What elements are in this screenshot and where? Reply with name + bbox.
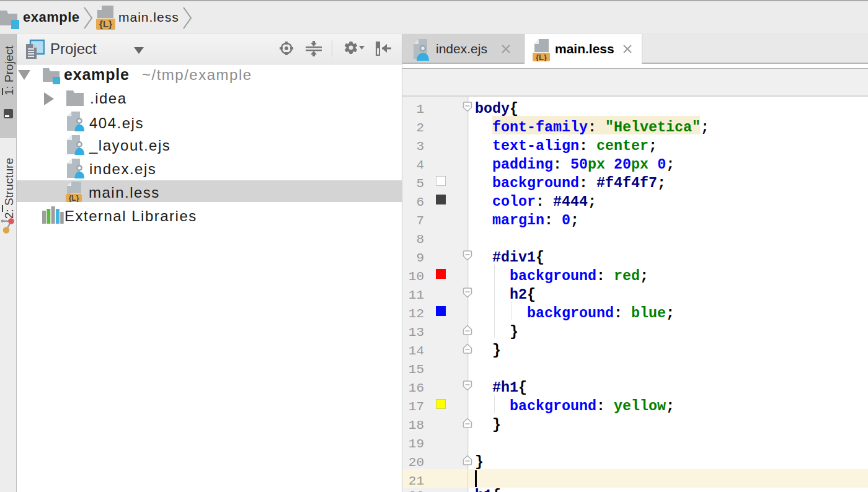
svg-text:{L}: {L} [99,19,112,29]
svg-text:{L}: {L} [69,194,79,202]
svg-text:{L}: {L} [536,53,547,61]
